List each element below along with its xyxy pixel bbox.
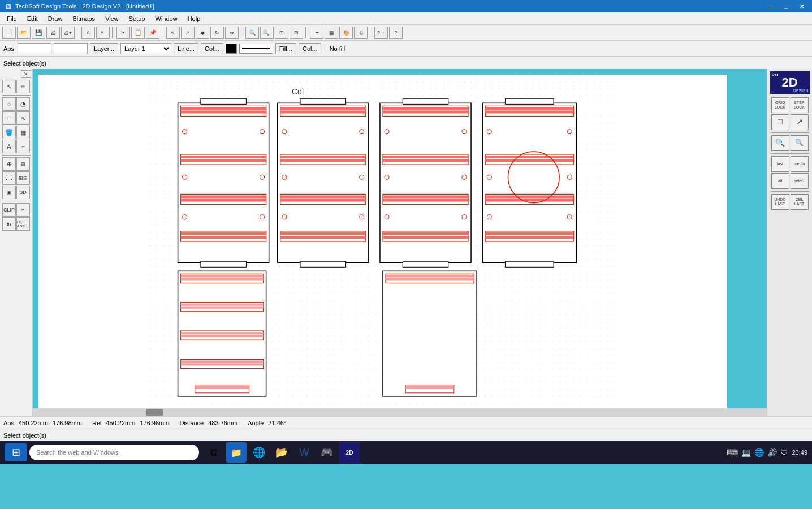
menu-view[interactable]: View [101, 14, 123, 23]
lt-clip-tool[interactable]: CLIP [2, 203, 16, 217]
lt-dim-tool[interactable]: ↔ [16, 140, 30, 153]
select-button[interactable]: select [791, 173, 809, 189]
coord-bar: Abs 450.22mm 176.98mm Rel 450.22mm 176.9… [0, 416, 812, 429]
drawing-canvas: Col _ [38, 75, 727, 411]
tb-deselect[interactable]: ↗ [181, 27, 195, 39]
tb-zoom-out[interactable]: 🔍- [260, 27, 274, 39]
lt-fill-tool[interactable]: 🪣 [2, 126, 16, 139]
lt-close[interactable]: ✕ [21, 70, 31, 78]
lt-text-tool[interactable]: A [2, 140, 16, 153]
lt-curve-tool[interactable]: ∿ [16, 111, 30, 125]
lt-hatch-tool[interactable]: ▦ [16, 126, 30, 139]
status-bar-top: Select object(s) [0, 57, 812, 69]
lt-block-tool[interactable]: ▣ [2, 186, 16, 199]
file-explorer-icon[interactable]: 📁 [226, 442, 247, 463]
arrow-button[interactable]: ↗ [791, 114, 809, 130]
zoom-in-button[interactable]: 🔍 [771, 135, 789, 151]
tb-paste[interactable]: 📌 [146, 27, 159, 39]
menu-help[interactable]: Help [183, 14, 205, 23]
taskbar-search[interactable] [29, 445, 199, 460]
title-bar-right[interactable]: — □ ✕ [765, 2, 807, 11]
lt-arc-tool[interactable]: ◔ [16, 97, 30, 111]
step-lock-button[interactable]: STEP LOCK [791, 97, 809, 113]
tb-zoom-fit[interactable]: ⊡ [275, 27, 288, 39]
tb-zoom-in[interactable]: 🔍 [245, 27, 259, 39]
maximize-button[interactable]: □ [780, 2, 792, 11]
last-button[interactable]: last [771, 156, 789, 172]
files-icon[interactable]: 📂 [271, 442, 292, 463]
tb-save[interactable]: 💾 [32, 27, 45, 39]
lt-in-tool[interactable]: in [2, 217, 16, 231]
lt-trim-tool[interactable]: ✂ [16, 203, 30, 217]
tb-print3[interactable]: ⎙ [354, 27, 368, 39]
svg-rect-42 [300, 98, 346, 104]
lt-select-tool[interactable]: ↖ [2, 80, 16, 93]
h-scrollbar[interactable] [33, 408, 767, 416]
all-button[interactable]: all [771, 173, 789, 189]
tb-cut[interactable]: ✂ [116, 27, 130, 39]
menu-window[interactable]: Window [151, 14, 182, 23]
svg-rect-47 [383, 110, 468, 113]
tb-open[interactable]: 📂 [17, 27, 31, 39]
tb-zoom-page[interactable]: ⊞ [290, 27, 303, 39]
col-button2[interactable]: Col... [299, 43, 321, 54]
layer-select[interactable]: Layer 1 [120, 43, 171, 54]
col-button1[interactable]: Col... [201, 43, 223, 54]
zoom-out-button[interactable]: 🔍 [791, 135, 809, 151]
abs-y-input[interactable] [54, 43, 88, 54]
svg-rect-73 [485, 195, 573, 198]
undo-last-button[interactable]: UNDO LAST [771, 194, 789, 210]
tb-help2[interactable]: ? [389, 27, 403, 39]
close-button[interactable]: ✕ [796, 2, 807, 11]
lt-3d-tool[interactable]: 3D [16, 186, 30, 199]
tb-mirror[interactable]: ⇔ [225, 27, 239, 39]
techsoft-icon[interactable]: 2D [339, 442, 360, 463]
grid-lock-button[interactable]: GRID LOCK [771, 97, 789, 113]
menu-draw[interactable]: Draw [44, 14, 67, 23]
lt-array-tool[interactable]: ⊞⊞ [16, 171, 30, 185]
tb-help1[interactable]: ?→ [374, 27, 388, 39]
tb-print2[interactable]: 🖨+ [61, 27, 75, 39]
lt-step-tool[interactable]: ⋮⋮ [2, 171, 16, 185]
lt-node-tool[interactable]: ✏ [16, 80, 30, 93]
fill-button[interactable]: Fill... [275, 43, 296, 54]
menu-setup[interactable]: Setup [124, 14, 150, 23]
tb-line-style[interactable]: ━ [310, 27, 323, 39]
lt-rect-tool[interactable]: □ [2, 111, 16, 125]
tb-color[interactable]: 🎨 [339, 27, 353, 39]
word-icon[interactable]: W [294, 442, 314, 463]
chrome-icon[interactable]: 🌐 [249, 442, 269, 463]
menu-file[interactable]: File [2, 14, 21, 23]
h-scroll-thumb[interactable] [146, 409, 163, 416]
coord-angle-label: Angle [248, 420, 264, 426]
del-last-button[interactable]: DEL LAST [791, 194, 809, 210]
lt-del-any-tool[interactable]: DEL ANY [16, 217, 30, 231]
menu-bitmaps[interactable]: Bitmaps [68, 14, 100, 23]
svg-rect-8 [181, 159, 266, 162]
tb-copy[interactable]: 📋 [131, 27, 145, 39]
media-button[interactable]: media [791, 156, 809, 172]
minimize-button[interactable]: — [765, 2, 776, 11]
svg-rect-53 [383, 199, 468, 201]
layer-button[interactable]: Layer... [90, 43, 118, 54]
tb-new[interactable]: 📄 [2, 27, 16, 39]
tb-print[interactable]: 🖨 [46, 27, 60, 39]
lt-circle-tool[interactable]: ○ [2, 97, 16, 111]
menu-edit[interactable]: Edit [23, 14, 42, 23]
tb-text[interactable]: A [81, 27, 95, 39]
steam-icon[interactable]: 🎮 [317, 442, 337, 463]
tb-rotate[interactable]: ↻ [210, 27, 224, 39]
tb-fill[interactable]: ▦ [325, 27, 338, 39]
abs-x-input[interactable] [18, 43, 51, 54]
lt-symbol-tool[interactable]: ⊕ [2, 157, 16, 171]
line-button[interactable]: Line... [174, 43, 198, 54]
tb-node[interactable]: ◆ [196, 27, 209, 39]
canvas-area[interactable]: Col _ [33, 69, 767, 416]
select-rect-button[interactable]: □ [771, 114, 789, 130]
task-view-button[interactable]: ⧉ [204, 442, 224, 463]
lt-grid-tool[interactable]: ⊞ [16, 157, 30, 171]
cabinet-1 [178, 98, 269, 267]
start-button[interactable]: ⊞ [5, 443, 27, 461]
tb-text2[interactable]: A- [96, 27, 110, 39]
tb-select[interactable]: ↖ [166, 27, 180, 39]
